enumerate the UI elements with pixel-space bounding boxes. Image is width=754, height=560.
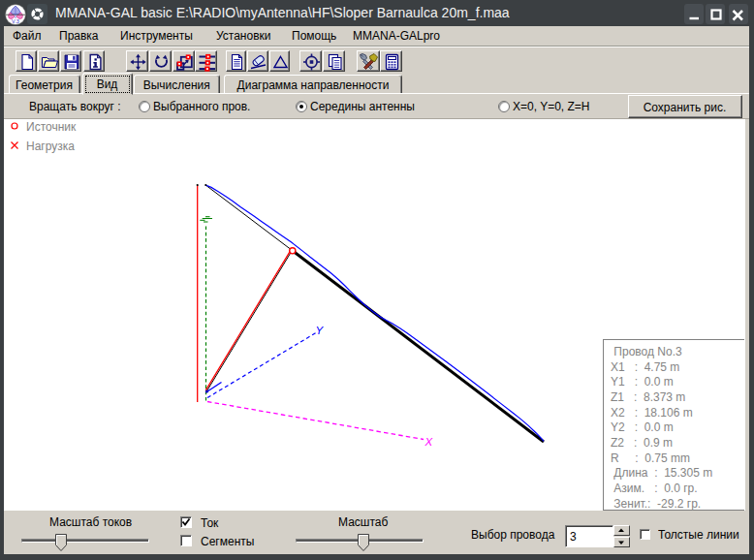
svg-text:Нагрузка: Нагрузка xyxy=(26,140,75,153)
svg-text:Источник: Источник xyxy=(26,120,77,134)
svg-text:X: X xyxy=(424,436,434,448)
svg-text:Y: Y xyxy=(316,325,325,336)
